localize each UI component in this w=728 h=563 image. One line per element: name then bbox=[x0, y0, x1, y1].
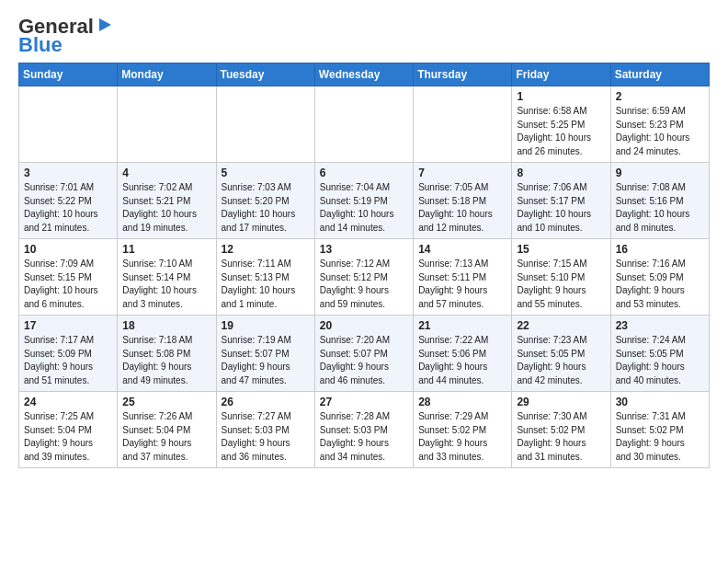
calendar-cell: 25Sunrise: 7:26 AM Sunset: 5:04 PM Dayli… bbox=[118, 392, 216, 468]
calendar-cell: 17Sunrise: 7:17 AM Sunset: 5:09 PM Dayli… bbox=[19, 316, 118, 392]
day-number: 11 bbox=[122, 243, 210, 256]
calendar-cell: 23Sunrise: 7:24 AM Sunset: 5:05 PM Dayli… bbox=[610, 316, 709, 392]
calendar-cell: 12Sunrise: 7:11 AM Sunset: 5:13 PM Dayli… bbox=[216, 239, 314, 316]
day-info: Sunrise: 7:26 AM Sunset: 5:04 PM Dayligh… bbox=[122, 410, 210, 464]
calendar-cell bbox=[118, 86, 216, 163]
day-info: Sunrise: 7:04 AM Sunset: 5:19 PM Dayligh… bbox=[320, 181, 408, 235]
day-number: 6 bbox=[320, 167, 408, 179]
day-info: Sunrise: 7:03 AM Sunset: 5:20 PM Dayligh… bbox=[222, 181, 310, 235]
calendar-cell: 24Sunrise: 7:25 AM Sunset: 5:04 PM Dayli… bbox=[19, 392, 118, 468]
logo-flag-icon bbox=[97, 17, 113, 37]
day-number: 28 bbox=[418, 396, 506, 408]
day-number: 3 bbox=[24, 167, 112, 179]
day-info: Sunrise: 7:06 AM Sunset: 5:17 PM Dayligh… bbox=[517, 181, 605, 235]
weekday-header-wednesday: Wednesday bbox=[314, 63, 413, 86]
day-info: Sunrise: 7:10 AM Sunset: 5:14 PM Dayligh… bbox=[122, 258, 210, 311]
day-info: Sunrise: 7:01 AM Sunset: 5:22 PM Dayligh… bbox=[24, 181, 112, 235]
calendar-week-row: 17Sunrise: 7:17 AM Sunset: 5:09 PM Dayli… bbox=[19, 316, 710, 392]
day-number: 16 bbox=[616, 243, 704, 256]
calendar-cell bbox=[314, 86, 413, 163]
day-info: Sunrise: 7:17 AM Sunset: 5:09 PM Dayligh… bbox=[24, 334, 112, 387]
calendar-table: SundayMondayTuesdayWednesdayThursdayFrid… bbox=[18, 63, 710, 468]
day-info: Sunrise: 7:16 AM Sunset: 5:09 PM Dayligh… bbox=[616, 258, 704, 311]
day-number: 24 bbox=[24, 396, 112, 408]
day-info: Sunrise: 7:02 AM Sunset: 5:21 PM Dayligh… bbox=[122, 181, 210, 235]
day-number: 10 bbox=[24, 243, 112, 256]
calendar-cell: 10Sunrise: 7:09 AM Sunset: 5:15 PM Dayli… bbox=[19, 239, 118, 316]
day-info: Sunrise: 6:59 AM Sunset: 5:23 PM Dayligh… bbox=[616, 105, 704, 158]
calendar-header-row: SundayMondayTuesdayWednesdayThursdayFrid… bbox=[19, 63, 710, 86]
day-number: 17 bbox=[24, 319, 112, 332]
calendar-cell: 4Sunrise: 7:02 AM Sunset: 5:21 PM Daylig… bbox=[118, 163, 216, 239]
day-number: 19 bbox=[222, 319, 310, 332]
calendar-cell: 26Sunrise: 7:27 AM Sunset: 5:03 PM Dayli… bbox=[216, 392, 314, 468]
weekday-header-sunday: Sunday bbox=[19, 63, 118, 86]
calendar-cell: 11Sunrise: 7:10 AM Sunset: 5:14 PM Dayli… bbox=[118, 239, 216, 316]
weekday-header-thursday: Thursday bbox=[414, 63, 512, 86]
day-info: Sunrise: 7:05 AM Sunset: 5:18 PM Dayligh… bbox=[418, 181, 506, 235]
day-info: Sunrise: 7:18 AM Sunset: 5:08 PM Dayligh… bbox=[122, 334, 210, 387]
calendar-cell: 15Sunrise: 7:15 AM Sunset: 5:10 PM Dayli… bbox=[512, 239, 610, 316]
calendar-cell: 21Sunrise: 7:22 AM Sunset: 5:06 PM Dayli… bbox=[414, 316, 512, 392]
day-number: 5 bbox=[222, 167, 310, 179]
day-number: 29 bbox=[517, 396, 605, 408]
day-info: Sunrise: 7:22 AM Sunset: 5:06 PM Dayligh… bbox=[418, 334, 506, 387]
header: General Blue bbox=[18, 15, 710, 55]
day-number: 8 bbox=[517, 167, 605, 179]
day-number: 22 bbox=[517, 319, 605, 332]
day-info: Sunrise: 7:08 AM Sunset: 5:16 PM Dayligh… bbox=[616, 181, 704, 235]
calendar-cell: 19Sunrise: 7:19 AM Sunset: 5:07 PM Dayli… bbox=[216, 316, 314, 392]
day-info: Sunrise: 7:09 AM Sunset: 5:15 PM Dayligh… bbox=[24, 258, 112, 311]
calendar-cell: 16Sunrise: 7:16 AM Sunset: 5:09 PM Dayli… bbox=[610, 239, 709, 316]
day-number: 13 bbox=[320, 243, 408, 256]
day-number: 23 bbox=[616, 319, 704, 332]
calendar-cell: 20Sunrise: 7:20 AM Sunset: 5:07 PM Dayli… bbox=[314, 316, 413, 392]
day-number: 9 bbox=[616, 167, 704, 179]
calendar-cell: 22Sunrise: 7:23 AM Sunset: 5:05 PM Dayli… bbox=[512, 316, 610, 392]
day-info: Sunrise: 7:31 AM Sunset: 5:02 PM Dayligh… bbox=[616, 410, 704, 464]
calendar-cell: 27Sunrise: 7:28 AM Sunset: 5:03 PM Dayli… bbox=[314, 392, 413, 468]
calendar-cell: 30Sunrise: 7:31 AM Sunset: 5:02 PM Dayli… bbox=[610, 392, 709, 468]
calendar-cell: 1Sunrise: 6:58 AM Sunset: 5:25 PM Daylig… bbox=[512, 86, 610, 163]
day-number: 2 bbox=[616, 90, 704, 103]
day-info: Sunrise: 7:27 AM Sunset: 5:03 PM Dayligh… bbox=[222, 410, 310, 464]
calendar-week-row: 1Sunrise: 6:58 AM Sunset: 5:25 PM Daylig… bbox=[19, 86, 710, 163]
day-number: 14 bbox=[418, 243, 506, 256]
calendar-cell: 13Sunrise: 7:12 AM Sunset: 5:12 PM Dayli… bbox=[314, 239, 413, 316]
calendar-cell bbox=[216, 86, 314, 163]
weekday-header-tuesday: Tuesday bbox=[216, 63, 314, 86]
calendar-week-row: 24Sunrise: 7:25 AM Sunset: 5:04 PM Dayli… bbox=[19, 392, 710, 468]
day-info: Sunrise: 7:23 AM Sunset: 5:05 PM Dayligh… bbox=[517, 334, 605, 387]
svg-marker-0 bbox=[99, 18, 111, 31]
day-info: Sunrise: 7:28 AM Sunset: 5:03 PM Dayligh… bbox=[320, 410, 408, 464]
weekday-header-saturday: Saturday bbox=[610, 63, 709, 86]
logo-blue-text: Blue bbox=[18, 35, 63, 55]
page: General Blue SundayMondayTuesdayWednesda… bbox=[0, 0, 728, 563]
day-number: 1 bbox=[517, 90, 605, 103]
calendar-cell: 2Sunrise: 6:59 AM Sunset: 5:23 PM Daylig… bbox=[610, 86, 709, 163]
weekday-header-monday: Monday bbox=[118, 63, 216, 86]
day-info: Sunrise: 7:11 AM Sunset: 5:13 PM Dayligh… bbox=[222, 258, 310, 311]
calendar-cell: 9Sunrise: 7:08 AM Sunset: 5:16 PM Daylig… bbox=[610, 163, 709, 239]
day-number: 12 bbox=[222, 243, 310, 256]
calendar-cell: 14Sunrise: 7:13 AM Sunset: 5:11 PM Dayli… bbox=[414, 239, 512, 316]
day-info: Sunrise: 7:20 AM Sunset: 5:07 PM Dayligh… bbox=[320, 334, 408, 387]
day-number: 20 bbox=[320, 319, 408, 332]
day-info: Sunrise: 7:12 AM Sunset: 5:12 PM Dayligh… bbox=[320, 258, 408, 311]
calendar-cell: 8Sunrise: 7:06 AM Sunset: 5:17 PM Daylig… bbox=[512, 163, 610, 239]
logo: General Blue bbox=[18, 15, 113, 55]
calendar-cell bbox=[19, 86, 118, 163]
day-info: Sunrise: 7:29 AM Sunset: 5:02 PM Dayligh… bbox=[418, 410, 506, 464]
calendar-cell: 7Sunrise: 7:05 AM Sunset: 5:18 PM Daylig… bbox=[414, 163, 512, 239]
day-number: 25 bbox=[122, 396, 210, 408]
day-number: 15 bbox=[517, 243, 605, 256]
calendar-cell: 28Sunrise: 7:29 AM Sunset: 5:02 PM Dayli… bbox=[414, 392, 512, 468]
day-info: Sunrise: 7:13 AM Sunset: 5:11 PM Dayligh… bbox=[418, 258, 506, 311]
day-info: Sunrise: 6:58 AM Sunset: 5:25 PM Dayligh… bbox=[517, 105, 605, 158]
day-number: 27 bbox=[320, 396, 408, 408]
day-number: 21 bbox=[418, 319, 506, 332]
calendar-cell bbox=[414, 86, 512, 163]
day-info: Sunrise: 7:24 AM Sunset: 5:05 PM Dayligh… bbox=[616, 334, 704, 387]
day-info: Sunrise: 7:19 AM Sunset: 5:07 PM Dayligh… bbox=[222, 334, 310, 387]
calendar-cell: 6Sunrise: 7:04 AM Sunset: 5:19 PM Daylig… bbox=[314, 163, 413, 239]
